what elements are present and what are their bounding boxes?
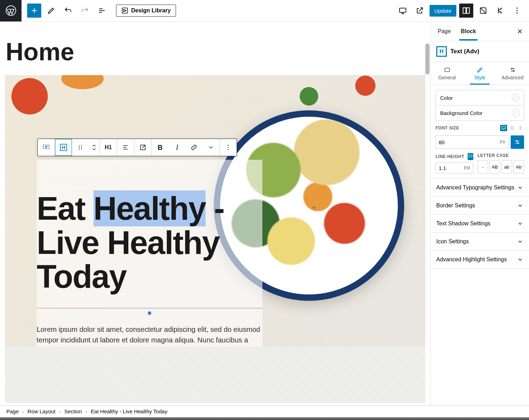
next-section[interactable] (5, 347, 425, 403)
design-library-button[interactable]: Design Library (116, 5, 176, 17)
svg-rect-1 (122, 8, 128, 13)
svg-rect-32 (469, 155, 472, 157)
close-sidebar-button[interactable] (513, 24, 527, 38)
hero-content: Eat Healthy - Live Healthy Today Lorem i… (37, 160, 262, 347)
block-options-button[interactable] (220, 139, 237, 156)
block-toolbar: H1 B I (37, 139, 237, 156)
scrollbar-thumb[interactable] (425, 43, 430, 74)
block-icon: H (436, 46, 447, 57)
svg-rect-12 (45, 146, 48, 147)
add-block-button[interactable] (27, 4, 41, 18)
divider[interactable] (37, 308, 262, 315)
breadcrumb-item[interactable]: Eat Healthy - Live Healthy Today (91, 408, 167, 414)
block-type-button[interactable] (55, 139, 72, 156)
mobile-icon[interactable] (517, 125, 524, 131)
svg-point-19 (81, 148, 82, 149)
letter-case-label: LETTER CASE (478, 153, 524, 158)
bold-button[interactable]: B (152, 139, 169, 156)
view-button[interactable] (396, 4, 410, 18)
letter-case-buttons: - AB ab Ab (478, 160, 524, 174)
styles-button[interactable] (476, 4, 490, 18)
redo-button[interactable] (78, 4, 92, 18)
svg-point-16 (79, 147, 80, 148)
accordion-advanced-typography[interactable]: Advanced Typography Settings (431, 179, 529, 197)
document-overview-button[interactable] (95, 4, 109, 18)
color-setting[interactable]: Color (436, 90, 524, 105)
tab-block[interactable]: Block (456, 23, 481, 40)
move-up-down-button[interactable] (89, 139, 99, 156)
empty-swatch-icon (512, 109, 519, 117)
top-toolbar: Design Library Update (0, 0, 529, 22)
edit-mode-button[interactable] (44, 4, 58, 18)
empty-swatch-icon (512, 94, 519, 102)
kadence-button[interactable] (493, 4, 507, 18)
tab-page[interactable]: Page (433, 23, 456, 40)
undo-button[interactable] (61, 4, 75, 18)
desktop-icon[interactable] (500, 125, 507, 131)
svg-point-7 (516, 10, 518, 11)
more-rich-text-button[interactable] (202, 139, 219, 156)
chevron-right-icon: › (59, 408, 61, 414)
editor-canvas[interactable]: Home + Eat Healthy - Live Healthy Today (0, 22, 430, 405)
svg-point-15 (81, 145, 82, 146)
subtab-style[interactable]: Style (463, 62, 496, 85)
heading-level-button[interactable]: H1 (100, 139, 117, 156)
svg-point-22 (228, 147, 229, 148)
settings-sidebar: Page Block H Text (Adv) General Style (430, 22, 529, 405)
drag-handle-button[interactable] (72, 139, 89, 156)
breadcrumb: Page › Row Layout › Section › Eat Health… (0, 405, 529, 417)
breadcrumb-item[interactable]: Row Layout (28, 408, 55, 414)
subtab-advanced[interactable]: Advanced (496, 62, 529, 85)
options-button[interactable] (510, 4, 524, 18)
hero-heading[interactable]: Eat Healthy - Live Healthy Today (37, 191, 262, 294)
divider-dot-icon (148, 311, 151, 315)
svg-rect-3 (463, 8, 466, 13)
update-button[interactable]: Update (430, 5, 456, 17)
chevron-right-icon: › (85, 408, 87, 414)
link-button[interactable] (186, 139, 202, 156)
svg-point-21 (228, 145, 229, 146)
svg-rect-29 (520, 127, 521, 129)
accordion-icon[interactable]: Icon Settings (431, 233, 529, 251)
svg-rect-28 (511, 127, 513, 130)
tablet-icon[interactable] (509, 125, 516, 131)
svg-rect-4 (467, 8, 469, 13)
svg-point-6 (516, 7, 518, 9)
hero-section[interactable]: + Eat Healthy - Live Healthy Today Lorem… (5, 75, 425, 347)
case-lower-button[interactable]: ab (501, 160, 512, 174)
font-size-input[interactable]: PX (436, 135, 509, 149)
align-button[interactable] (117, 139, 134, 156)
subtab-general[interactable]: General (431, 62, 463, 85)
case-upper-button[interactable]: AB (490, 160, 500, 174)
desktop-icon[interactable] (468, 153, 473, 160)
accordion-text-shadow[interactable]: Text Shadow Settings (431, 215, 529, 233)
open-external-button[interactable] (413, 4, 427, 18)
add-column-handle[interactable]: + (312, 204, 316, 212)
select-section-button[interactable] (38, 139, 55, 156)
line-height-label: LINE HEIGHT (436, 154, 464, 159)
chevron-right-icon: › (22, 408, 24, 414)
svg-point-23 (228, 149, 229, 150)
design-library-label: Design Library (131, 7, 171, 14)
svg-rect-27 (502, 127, 506, 129)
case-capitalize-button[interactable]: Ab (513, 160, 524, 174)
settings-panel-toggle[interactable] (459, 4, 473, 18)
wordpress-logo[interactable] (0, 0, 22, 22)
accordion-advanced-highlight[interactable]: Advanced Highlight Settings (431, 251, 529, 269)
font-size-label: FONT SIZE (436, 126, 459, 130)
page-title[interactable]: Home (6, 38, 425, 66)
typography-button[interactable] (134, 139, 151, 156)
italic-button[interactable]: I (169, 139, 186, 156)
line-height-input[interactable]: EM (436, 162, 473, 174)
background-color-setting[interactable]: Background Color (436, 105, 524, 120)
breadcrumb-item[interactable]: Section (64, 408, 82, 414)
case-none-button[interactable]: - (478, 160, 488, 174)
hero-paragraph[interactable]: Lorem ipsum dolor sit amet, consectetur … (37, 324, 262, 347)
highlighted-text: Healthy (93, 190, 206, 226)
accordion-border[interactable]: Border Settings (431, 197, 529, 215)
font-size-settings-button[interactable] (511, 135, 524, 149)
svg-point-14 (79, 145, 80, 146)
breadcrumb-item[interactable]: Page (6, 408, 19, 414)
svg-rect-24 (445, 68, 449, 72)
svg-point-17 (81, 147, 82, 148)
